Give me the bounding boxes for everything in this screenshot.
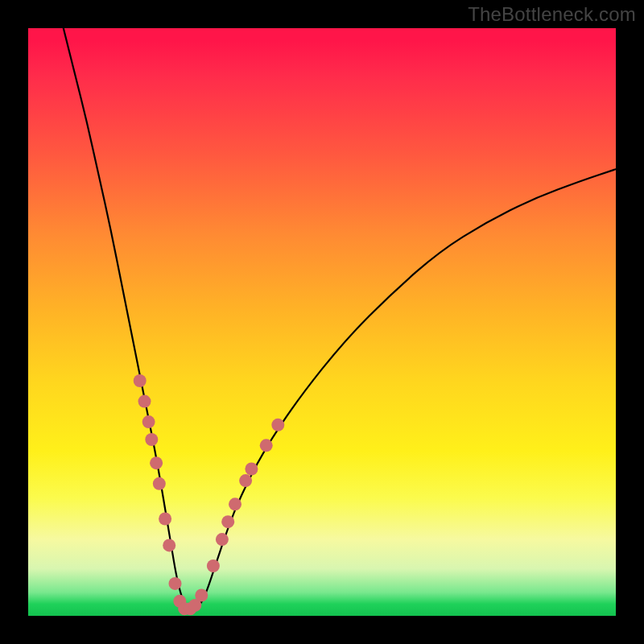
data-marker [138,395,151,408]
data-marker [195,589,208,602]
plot-area [28,28,616,616]
data-marker [150,456,163,469]
data-marker [239,474,252,487]
watermark-text: TheBottleneck.com [468,3,636,26]
data-marker [221,515,234,528]
data-marker [216,533,229,546]
data-marker [207,559,220,572]
data-marker [245,463,258,476]
bottleneck-curve [64,28,616,610]
chart-svg [28,28,616,616]
data-marker [159,513,171,526]
data-marker [169,577,182,590]
data-marker [134,374,147,387]
data-marker [271,419,284,431]
chart-frame: TheBottleneck.com [0,0,644,644]
data-marker [153,477,166,490]
data-marker [145,433,158,446]
data-marker [260,439,273,452]
data-marker [163,539,175,551]
data-marker [142,415,155,428]
marker-group [134,374,285,615]
data-marker [229,497,242,510]
